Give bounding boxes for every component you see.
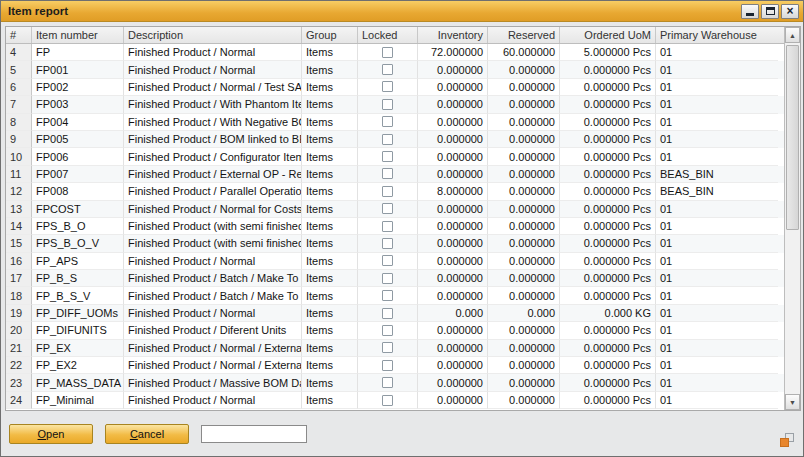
description-cell: Finished Product / BOM linked to BEA	[124, 131, 302, 148]
table-row[interactable]: 12FP008Finished Product / Parallel Opera…	[6, 183, 784, 200]
col-header-description[interactable]: Description	[124, 27, 302, 43]
col-header-row-number[interactable]: #	[6, 27, 32, 43]
table-row[interactable]: 6FP002Finished Product / Normal / Test S…	[6, 79, 784, 96]
table-row[interactable]: 10FP006Finished Product / Configurator I…	[6, 148, 784, 165]
group-cell: Items	[302, 340, 358, 357]
table-row[interactable]: 22FP_EX2Finished Product / Normal / Exte…	[6, 357, 784, 374]
close-icon: ×	[786, 5, 793, 17]
locked-checkbox[interactable]	[382, 342, 393, 353]
inventory-cell: 0.000000	[418, 357, 488, 374]
group-cell: Items	[302, 392, 358, 409]
locked-checkbox[interactable]	[382, 308, 393, 319]
row-number-cell: 17	[6, 270, 32, 287]
locked-checkbox[interactable]	[382, 290, 393, 301]
reserved-cell: 0.000000	[488, 131, 560, 148]
col-header-inventory[interactable]: Inventory	[418, 27, 488, 43]
table-row[interactable]: 19FP_DIFF_UOMsFinished Product / NormalI…	[6, 305, 784, 322]
inventory-cell: 0.000000	[418, 79, 488, 96]
table-row[interactable]: 20FP_DIFUNITSFinished Product / Diferent…	[6, 322, 784, 339]
description-cell: Finished Product / Massive BOM Data	[124, 374, 302, 391]
table-row[interactable]: 9FP005Finished Product / BOM linked to B…	[6, 131, 784, 148]
titlebar[interactable]: Item report ×	[1, 1, 803, 22]
table-row[interactable]: 24FP_MinimalFinished Product / NormalIte…	[6, 392, 784, 409]
locked-checkbox[interactable]	[382, 395, 393, 406]
item-number-cell: FP_DIFF_UOMs	[32, 305, 124, 322]
row-number-cell: 9	[6, 131, 32, 148]
ordered-uom-cell: 0.000000 Pcs	[560, 287, 656, 304]
locked-checkbox[interactable]	[382, 186, 393, 197]
table-row[interactable]: 21FP_EXFinished Product / Normal / Exter…	[6, 340, 784, 357]
form-settings-orange-square	[780, 438, 789, 447]
col-header-primary-warehouse[interactable]: Primary Warehouse	[656, 27, 778, 43]
maximize-button[interactable]	[761, 4, 779, 19]
inventory-cell: 0.000000	[418, 235, 488, 252]
item-number-cell: FP_B_S	[32, 270, 124, 287]
locked-checkbox[interactable]	[382, 64, 393, 75]
table-row[interactable]: 14FPS_B_OFinished Product (with semi fin…	[6, 218, 784, 235]
item-table: # Item number Description Group Locked I…	[5, 26, 801, 411]
locked-checkbox[interactable]	[382, 221, 393, 232]
locked-checkbox[interactable]	[382, 81, 393, 92]
table-row[interactable]: 5FP001Finished Product / NormalItems0.00…	[6, 61, 784, 78]
locked-checkbox[interactable]	[382, 360, 393, 371]
row-number-cell: 18	[6, 287, 32, 304]
table-row[interactable]: 23FP_MASS_DATAFinished Product / Massive…	[6, 374, 784, 391]
cancel-button[interactable]: Cancel	[105, 424, 189, 444]
locked-cell	[358, 183, 418, 200]
locked-checkbox[interactable]	[382, 99, 393, 110]
ordered-uom-cell: 0.000000 Pcs	[560, 201, 656, 218]
footer-text-input[interactable]	[201, 425, 307, 443]
locked-checkbox[interactable]	[382, 238, 393, 249]
group-cell: Items	[302, 183, 358, 200]
locked-checkbox[interactable]	[382, 168, 393, 179]
table-row[interactable]: 4FPFinished Product / NormalItems72.0000…	[6, 44, 784, 61]
maximize-icon	[766, 7, 775, 15]
warehouse-cell: 01	[656, 270, 778, 287]
locked-cell	[358, 96, 418, 113]
warehouse-cell: 01	[656, 392, 778, 409]
col-header-locked[interactable]: Locked	[358, 27, 418, 43]
vertical-scrollbar[interactable]: ▲ ▼	[784, 27, 800, 410]
col-header-reserved[interactable]: Reserved	[488, 27, 560, 43]
locked-checkbox[interactable]	[382, 273, 393, 284]
table-row[interactable]: 8FP004Finished Product / With Negative B…	[6, 114, 784, 131]
locked-checkbox[interactable]	[382, 116, 393, 127]
locked-checkbox[interactable]	[382, 47, 393, 58]
table-row[interactable]: 15FPS_B_O_VFinished Product (with semi f…	[6, 235, 784, 252]
reserved-cell: 0.000000	[488, 79, 560, 96]
col-header-ordered-uom[interactable]: Ordered UoM	[560, 27, 656, 43]
locked-checkbox[interactable]	[382, 255, 393, 266]
locked-checkbox[interactable]	[382, 203, 393, 214]
locked-cell	[358, 392, 418, 409]
locked-checkbox[interactable]	[382, 134, 393, 145]
item-number-cell: FP002	[32, 79, 124, 96]
locked-checkbox[interactable]	[382, 377, 393, 388]
inventory-cell: 0.000000	[418, 148, 488, 165]
warehouse-cell: 01	[656, 44, 778, 61]
warehouse-cell: 01	[656, 79, 778, 96]
table-row[interactable]: 18FP_B_S_VFinished Product / Batch / Mak…	[6, 287, 784, 304]
group-cell: Items	[302, 166, 358, 183]
description-cell: Finished Product (with semi finished) /	[124, 218, 302, 235]
col-header-item-number[interactable]: Item number	[32, 27, 124, 43]
group-cell: Items	[302, 253, 358, 270]
locked-checkbox[interactable]	[382, 325, 393, 336]
table-row[interactable]: 7FP003Finished Product / With Phantom It…	[6, 96, 784, 113]
table-row[interactable]: 16FP_APSFinished Product / NormalItems0.…	[6, 253, 784, 270]
table-row[interactable]: 17FP_B_SFinished Product / Batch / Make …	[6, 270, 784, 287]
open-button[interactable]: Open	[9, 424, 93, 444]
table-row[interactable]: 11FP007Finished Product / External OP - …	[6, 166, 784, 183]
description-cell: Finished Product / Normal	[124, 392, 302, 409]
locked-cell	[358, 79, 418, 96]
form-settings-icon[interactable]	[780, 433, 794, 447]
locked-checkbox[interactable]	[382, 151, 393, 162]
scroll-up-button[interactable]: ▲	[785, 27, 800, 43]
minimize-button[interactable]	[741, 4, 759, 19]
close-button[interactable]: ×	[781, 4, 799, 19]
scrollbar-thumb[interactable]	[786, 45, 799, 230]
ordered-uom-cell: 0.000000 Pcs	[560, 61, 656, 78]
scroll-down-button[interactable]: ▼	[785, 394, 800, 410]
table-row[interactable]: 13FPCOSTFinished Product / Normal for Co…	[6, 201, 784, 218]
col-header-group[interactable]: Group	[302, 27, 358, 43]
inventory-cell: 0.000	[418, 305, 488, 322]
